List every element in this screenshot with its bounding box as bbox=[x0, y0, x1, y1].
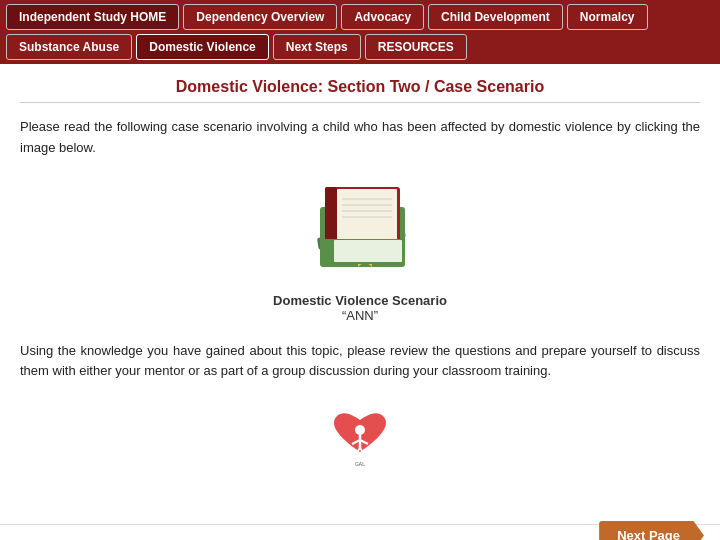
nav-normalcy[interactable]: Normalcy bbox=[567, 4, 648, 30]
svg-rect-11 bbox=[334, 240, 402, 262]
nav-row-2: Substance Abuse Domestic Violence Next S… bbox=[6, 34, 714, 60]
nav-substance-abuse[interactable]: Substance Abuse bbox=[6, 34, 132, 60]
book-image[interactable] bbox=[300, 177, 420, 287]
svg-point-12 bbox=[355, 425, 365, 435]
bottom-bar: Next Page bbox=[0, 524, 720, 540]
nav-dependency[interactable]: Dependency Overview bbox=[183, 4, 337, 30]
svg-rect-4 bbox=[337, 189, 397, 240]
book-container: Domestic Violence Scenario “ANN” bbox=[20, 177, 700, 323]
svg-text:GAL: GAL bbox=[355, 461, 365, 467]
main-content: Domestic Violence: Section Two / Case Sc… bbox=[0, 64, 720, 524]
book-caption-quote: “ANN” bbox=[342, 308, 378, 323]
next-page-button[interactable]: Next Page bbox=[599, 521, 704, 540]
intro-text: Please read the following case scenario … bbox=[20, 117, 700, 159]
gal-logo: GAL bbox=[325, 400, 395, 470]
nav-advocacy[interactable]: Advocacy bbox=[341, 4, 424, 30]
section-title: Domestic Violence: Section Two / Case Sc… bbox=[20, 78, 700, 103]
svg-rect-3 bbox=[325, 187, 337, 242]
nav-home[interactable]: Independent Study HOME bbox=[6, 4, 179, 30]
navigation: Independent Study HOME Dependency Overvi… bbox=[0, 0, 720, 64]
review-text: Using the knowledge you have gained abou… bbox=[20, 341, 700, 383]
nav-domestic-violence[interactable]: Domestic Violence bbox=[136, 34, 269, 60]
nav-row-1: Independent Study HOME Dependency Overvi… bbox=[6, 4, 714, 30]
nav-child-development[interactable]: Child Development bbox=[428, 4, 563, 30]
book-caption: Domestic Violence Scenario bbox=[273, 293, 447, 308]
gal-logo-container: GAL bbox=[20, 400, 700, 470]
nav-resources[interactable]: RESOURCES bbox=[365, 34, 467, 60]
nav-next-steps[interactable]: Next Steps bbox=[273, 34, 361, 60]
